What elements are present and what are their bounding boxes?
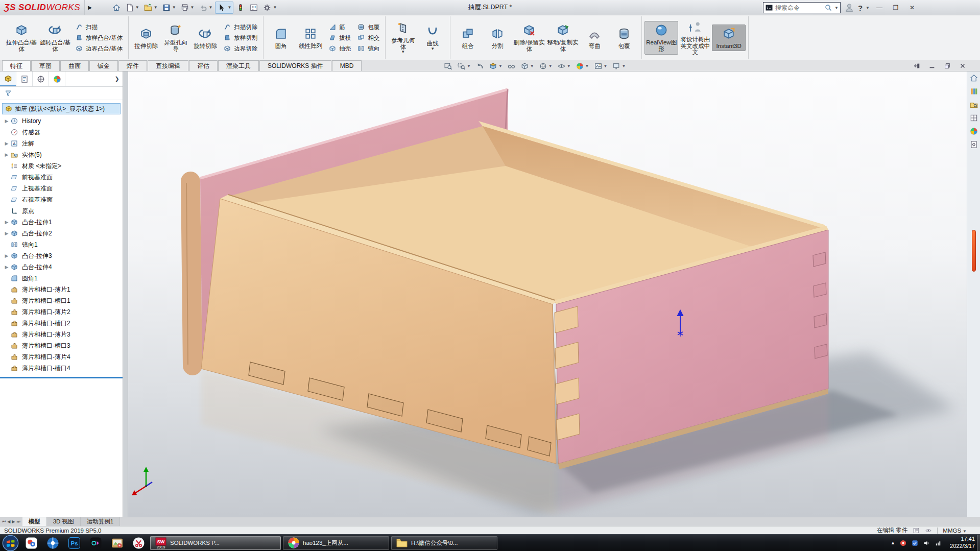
- tree-item[interactable]: ▶A注解: [0, 138, 123, 149]
- appearances-ball-icon[interactable]: [967, 125, 980, 138]
- taskbar-window-button[interactable]: SW2019SOLIDWORKS P...: [150, 536, 281, 550]
- ribbon-button-pattern[interactable]: 线性阵列: [296, 25, 325, 52]
- tab-prev-icon[interactable]: ◀: [7, 519, 10, 524]
- tree-item[interactable]: 传感器: [0, 127, 123, 138]
- tree-item[interactable]: 薄片和槽口-槽口4: [0, 363, 123, 374]
- display-style-icon[interactable]: ▼: [539, 62, 553, 70]
- pin-panel-icon[interactable]: [912, 61, 922, 70]
- units-selector[interactable]: MMGS▼: [943, 528, 967, 534]
- tree-item[interactable]: 前视基准面: [0, 172, 123, 183]
- ribbon-button-flex[interactable]: 弯曲: [580, 25, 609, 52]
- tab-next-icon[interactable]: ▶: [12, 519, 15, 524]
- tree-root-item[interactable]: 抽屉 (默认<<默认>_显示状态 1>): [2, 103, 121, 114]
- ribbon-button-instant3d[interactable]: Instant3D: [712, 25, 746, 52]
- tab-渲染工具[interactable]: 渲染工具: [218, 60, 259, 71]
- tab-nav-buttons[interactable]: ⏮ ◀ ▶ ⏭: [0, 517, 22, 526]
- tab-MBD[interactable]: MBD: [332, 60, 362, 71]
- tree-item[interactable]: ▶实体(5): [0, 149, 123, 160]
- tree-item[interactable]: 薄片和槽口-槽口2: [0, 318, 123, 329]
- tree-item[interactable]: 薄片和槽口-槽口3: [0, 340, 123, 351]
- view-palette-icon[interactable]: [967, 111, 980, 125]
- new-button[interactable]: ▼: [124, 2, 141, 14]
- ribbon-button-mirror[interactable]: 镜向: [355, 43, 381, 54]
- restore-button[interactable]: ❐: [889, 2, 902, 13]
- ribbon-button-sweep[interactable]: 扫描切除: [221, 22, 259, 33]
- apply-scene-icon[interactable]: ▼: [594, 62, 608, 70]
- help-dropdown-icon[interactable]: ▼: [866, 6, 870, 10]
- tree-item[interactable]: 薄片和槽口-槽口1: [0, 295, 123, 306]
- restore-doc-icon[interactable]: [942, 61, 952, 70]
- filter-funnel-icon[interactable]: [4, 89, 12, 98]
- tree-item[interactable]: ▶凸台-拉伸4: [0, 261, 123, 273]
- tab-钣金[interactable]: 钣金: [89, 60, 118, 71]
- ribbon-button-sweep[interactable]: 扫描: [73, 22, 125, 33]
- tab-SOLIDWORKS 插件[interactable]: SOLIDWORKS 插件: [259, 60, 331, 71]
- command-search[interactable]: ▼: [763, 2, 841, 13]
- start-button[interactable]: [0, 535, 20, 551]
- search-input[interactable]: [775, 4, 822, 11]
- view-orientation-icon[interactable]: ▼: [520, 62, 534, 70]
- tree-item[interactable]: 材质 <未指定>: [0, 160, 123, 172]
- screenshot-icon[interactable]: [128, 535, 149, 551]
- ribbon-button-move-body[interactable]: 移动/复制实体: [546, 21, 580, 55]
- custom-properties-icon[interactable]: [967, 138, 980, 151]
- ribbon-button-revolve-boss[interactable]: 旋转凸台/基体: [38, 21, 72, 55]
- tab-特征[interactable]: 特征: [2, 60, 31, 71]
- tree-item[interactable]: 右视基准面: [0, 194, 123, 205]
- taskbar-clock[interactable]: 17:41 2022/3/17: [950, 536, 975, 550]
- search-dropdown-icon[interactable]: ▼: [834, 6, 839, 10]
- ribbon-button-realview[interactable]: RealView图形: [644, 21, 678, 55]
- rollback-bar[interactable]: [0, 377, 123, 378]
- ribbon-button-hole-wizard[interactable]: 异型孔向导: [161, 21, 190, 55]
- task-pane-scrollbar[interactable]: [972, 230, 976, 272]
- save-button[interactable]: ▼: [160, 2, 178, 14]
- close-doc-icon[interactable]: [958, 61, 968, 70]
- view-settings-icon[interactable]: ▼: [612, 62, 626, 70]
- tab-曲面[interactable]: 曲面: [60, 60, 89, 71]
- panel-tab-display[interactable]: [49, 71, 65, 86]
- tree-item[interactable]: 圆角1: [0, 273, 123, 284]
- ribbon-button-delete-body[interactable]: 删除/保留实体: [512, 21, 546, 55]
- undo-button[interactable]: ▼: [197, 2, 214, 14]
- close-button[interactable]: ✕: [905, 2, 919, 13]
- tree-item[interactable]: 薄片和槽口-薄片1: [0, 284, 123, 295]
- ribbon-button-draft[interactable]: 拔模: [326, 33, 353, 43]
- tab-焊件[interactable]: 焊件: [118, 60, 147, 71]
- tab-草图[interactable]: 草图: [31, 60, 60, 71]
- volume-icon[interactable]: [923, 539, 930, 547]
- tab-last-icon[interactable]: ⏭: [17, 519, 20, 524]
- status-pane-icon[interactable]: [913, 527, 920, 534]
- tree-item[interactable]: 薄片和槽口-薄片3: [0, 329, 123, 340]
- tab-评估[interactable]: 评估: [189, 60, 218, 71]
- doc-tab-运动算例1[interactable]: 运动算例1: [81, 517, 120, 526]
- ribbon-button-ref-geometry[interactable]: 参考几何体▼: [388, 19, 418, 57]
- ribbon-button-extrude-cut[interactable]: 拉伸切除: [131, 25, 161, 52]
- ribbon-button-tree-lang[interactable]: 将设计树由英文改成中文: [678, 18, 712, 58]
- home-button[interactable]: [110, 2, 123, 14]
- zoom-area-icon[interactable]: ▼: [457, 62, 471, 70]
- print-button[interactable]: ▼: [179, 2, 196, 14]
- browser-360-icon[interactable]: [20, 535, 42, 551]
- tree-item[interactable]: 上视基准面: [0, 183, 123, 194]
- photoshop-icon[interactable]: Ps: [63, 535, 85, 551]
- ribbon-button-rib[interactable]: 筋: [326, 22, 353, 33]
- ribbon-button-wrap[interactable]: 包覆: [355, 22, 381, 33]
- panel-splitter[interactable]: [123, 71, 128, 517]
- help-icon[interactable]: ?: [858, 4, 863, 12]
- tab-直接编辑[interactable]: 直接编辑: [148, 60, 188, 71]
- file-explorer-icon[interactable]: [967, 98, 980, 111]
- zoom-fit-icon[interactable]: [444, 62, 452, 70]
- ribbon-button-boundary[interactable]: 边界凸台/基体: [73, 43, 125, 54]
- tray-red-icon[interactable]: [899, 539, 907, 547]
- photos-icon[interactable]: [106, 535, 128, 551]
- okplayer-icon[interactable]: [85, 535, 106, 551]
- aperture-icon[interactable]: [42, 535, 63, 551]
- tray-blue-icon[interactable]: [911, 539, 919, 547]
- ribbon-button-curves[interactable]: 曲线▼: [418, 22, 447, 54]
- search-icon[interactable]: [824, 4, 832, 12]
- ribbon-button-combine[interactable]: 组合: [453, 25, 483, 52]
- tree-item[interactable]: 薄片和槽口-薄片4: [0, 351, 123, 363]
- resources-home-icon[interactable]: [967, 71, 980, 85]
- panel-tab-config[interactable]: [33, 71, 49, 86]
- options-button[interactable]: ▼: [261, 2, 278, 14]
